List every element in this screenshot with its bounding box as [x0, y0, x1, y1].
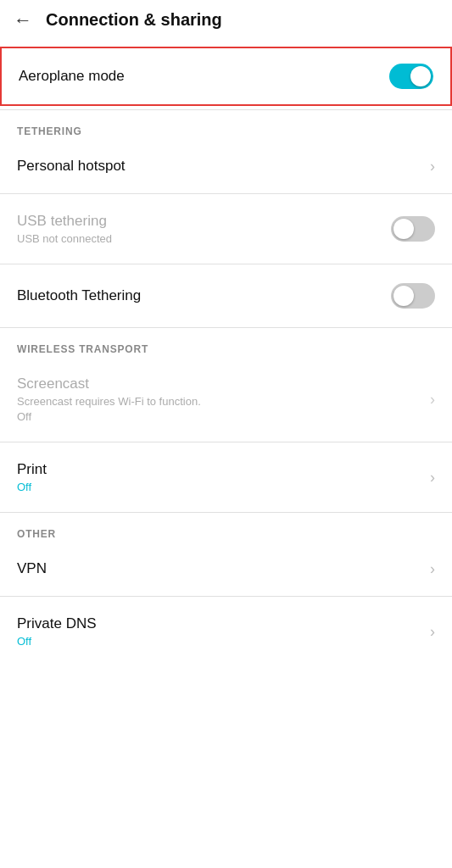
- bluetooth-tethering-label: Bluetooth Tethering: [17, 287, 391, 304]
- header: ← Connection & sharing: [0, 0, 452, 40]
- bluetooth-tethering-text: Bluetooth Tethering: [17, 287, 391, 304]
- print-item[interactable]: Print Off ›: [0, 446, 452, 509]
- back-button[interactable]: ←: [14, 11, 32, 30]
- usb-tethering-text: USB tethering USB not connected: [17, 213, 391, 245]
- screencast-sublabel2: Off: [17, 410, 430, 423]
- divider-5: [0, 442, 452, 442]
- private-dns-item[interactable]: Private DNS Off ›: [0, 600, 452, 663]
- personal-hotspot-item[interactable]: Personal hotspot ›: [0, 142, 452, 190]
- usb-tethering-toggle: [391, 216, 435, 242]
- personal-hotspot-label: Personal hotspot: [17, 158, 430, 175]
- personal-hotspot-chevron: ›: [430, 159, 435, 174]
- private-dns-label: Private DNS: [17, 615, 430, 632]
- tethering-section-label: TETHERING: [0, 114, 452, 142]
- aeroplane-section: Aeroplane mode: [0, 47, 452, 106]
- bluetooth-tethering-item[interactable]: Bluetooth Tethering: [0, 268, 452, 324]
- usb-tethering-sublabel: USB not connected: [17, 232, 391, 245]
- print-sublabel: Off: [17, 481, 430, 493]
- screencast-text: Screencast Screencast requires Wi-Fi to …: [17, 376, 430, 423]
- divider-7: [0, 596, 452, 597]
- divider-4: [0, 327, 452, 328]
- wireless-section-label: WIRELESS TRANSPORT: [0, 331, 452, 360]
- usb-tethering-item: USB tethering USB not connected: [0, 198, 452, 260]
- divider-3: [0, 264, 452, 264]
- vpn-label: VPN: [17, 560, 430, 577]
- private-dns-text: Private DNS Off: [17, 615, 430, 648]
- aeroplane-mode-item[interactable]: Aeroplane mode: [2, 48, 450, 104]
- print-label: Print: [17, 461, 430, 478]
- print-text: Print Off: [17, 461, 430, 493]
- print-chevron: ›: [430, 470, 435, 485]
- bluetooth-tethering-toggle[interactable]: [391, 283, 435, 309]
- divider-2: [0, 193, 452, 194]
- screencast-sublabel: Screencast requires Wi-Fi to function.: [17, 395, 430, 408]
- other-section-label: OTHER: [0, 516, 452, 545]
- screencast-item: Screencast Screencast requires Wi-Fi to …: [0, 360, 452, 438]
- vpn-text: VPN: [17, 560, 430, 577]
- page-title: Connection & sharing: [46, 10, 222, 30]
- aeroplane-mode-toggle[interactable]: [389, 64, 433, 89]
- private-dns-sublabel: Off: [17, 635, 430, 648]
- screencast-label: Screencast: [17, 376, 430, 392]
- aeroplane-mode-label: Aeroplane mode: [19, 68, 389, 85]
- usb-tethering-label: USB tethering: [17, 213, 391, 230]
- private-dns-chevron: ›: [430, 624, 435, 639]
- aeroplane-mode-text: Aeroplane mode: [19, 68, 389, 85]
- divider-1: [0, 109, 452, 110]
- divider-6: [0, 512, 452, 513]
- screencast-chevron: ›: [430, 392, 435, 407]
- vpn-chevron: ›: [430, 561, 435, 576]
- personal-hotspot-text: Personal hotspot: [17, 158, 430, 175]
- vpn-item[interactable]: VPN ›: [0, 545, 452, 593]
